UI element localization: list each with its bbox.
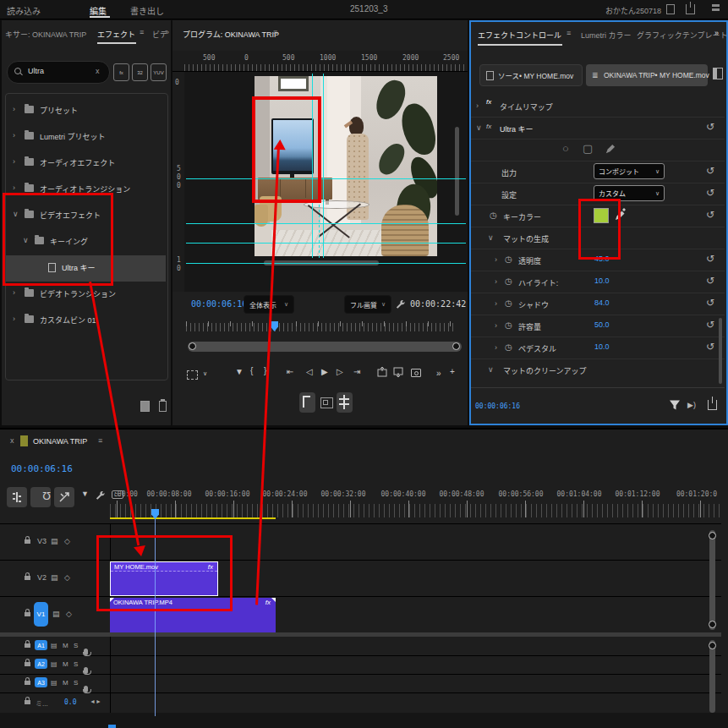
effects-search-input[interactable]: Ultra x <box>7 61 110 84</box>
guide-line-h[interactable] <box>186 243 466 244</box>
mix-volume-value[interactable]: 0.0 <box>64 698 76 706</box>
chevron-down-icon[interactable]: ∨ <box>488 233 494 242</box>
panel-menu-icon[interactable]: ≡ <box>273 28 277 36</box>
ec-current-time[interactable]: 00:00:06:16 <box>475 402 520 410</box>
chevron-right-icon[interactable]: › <box>495 299 497 308</box>
row-time-remapping[interactable]: › fx タイムリマップ <box>471 95 725 118</box>
mix-track-name[interactable]: ミ... <box>36 698 48 708</box>
tree-item-custom-bin[interactable]: › カスタムビン 01 <box>6 308 166 334</box>
reset-param-icon[interactable]: ↺ <box>706 319 714 331</box>
32bit-filter-icon[interactable]: 32 <box>132 63 148 81</box>
solo-button[interactable]: S <box>74 660 78 668</box>
new-bin-icon[interactable] <box>140 401 150 412</box>
audio-tracks-scrollbar[interactable] <box>709 640 715 713</box>
panel-menu-icon[interactable]: ≡ <box>140 28 144 36</box>
menu-edit[interactable]: 編集 <box>90 4 107 17</box>
timeline-ruler[interactable]: :00:00 00:00:08:00 00:00:16:00 00:00:24:… <box>110 484 721 519</box>
monitor-scrollbar[interactable] <box>188 342 462 352</box>
reset-param-icon[interactable]: ↺ <box>706 253 714 265</box>
track-patch-icon[interactable]: ▤ <box>51 642 57 649</box>
source-clip-tab[interactable]: ソース• MY HOME.mov <box>479 64 583 86</box>
mark-in-button[interactable]: { <box>250 366 253 375</box>
export-icon[interactable] <box>708 400 717 410</box>
workspace-icon[interactable] <box>712 4 720 13</box>
param-value[interactable]: 10.0 <box>594 342 610 351</box>
reset-param-icon[interactable]: ↺ <box>706 165 714 177</box>
show-guides-toggle[interactable] <box>320 397 333 408</box>
tree-item-audio-effects[interactable]: › オーディオエフェクト <box>6 151 166 177</box>
ellipse-mask-icon[interactable]: ○ <box>562 142 569 155</box>
tree-item-presets[interactable]: › プリセット <box>6 98 166 124</box>
program-title[interactable]: プログラム: OKINAWA TRIP <box>183 29 279 40</box>
param-value[interactable]: 50.0 <box>594 320 610 329</box>
scrollbar-handle-left[interactable] <box>189 342 196 350</box>
timeline-current-time[interactable]: 00:00:06:16 <box>11 463 73 474</box>
extract-button[interactable] <box>393 367 403 377</box>
snap-in-monitor-toggle[interactable] <box>337 392 353 413</box>
lock-icon[interactable] <box>25 681 30 685</box>
reset-param-icon[interactable]: ↺ <box>706 275 714 287</box>
trash-icon[interactable] <box>159 401 167 412</box>
scrollbar-handle[interactable] <box>709 532 716 539</box>
menu-export[interactable]: 書き出し <box>130 4 164 17</box>
guide-line-h[interactable] <box>186 223 466 224</box>
search-clear-icon[interactable]: x <box>96 67 100 75</box>
reset-effect-icon[interactable]: ↺ <box>706 121 714 133</box>
keyframe-icon[interactable]: ◇ <box>64 537 70 545</box>
chevron-right-icon[interactable]: › <box>13 105 15 113</box>
add-marker-button[interactable]: ▼ <box>235 367 244 376</box>
yuv-filter-icon[interactable]: YUV <box>151 63 167 81</box>
chevron-right-icon[interactable]: › <box>13 157 15 166</box>
panel-overflow-icon[interactable]: » <box>165 28 169 36</box>
timeline-marker-button[interactable]: ▼ <box>81 490 89 498</box>
row-ultra-key[interactable]: ∨ fx Ultra キー ↺ <box>471 117 725 140</box>
sequence-tab[interactable]: OKINAWA TRIP <box>33 437 87 446</box>
track-name[interactable]: V3 <box>37 537 47 545</box>
reset-param-icon[interactable]: ↺ <box>706 209 714 221</box>
mute-button[interactable]: M <box>63 660 68 668</box>
play-button[interactable]: ▶ <box>321 367 328 376</box>
track-target-a2[interactable]: A2 <box>35 659 47 669</box>
track-target-v1[interactable]: V1 <box>34 602 48 627</box>
stopwatch-icon[interactable]: ◷ <box>505 298 512 308</box>
track-target-a3[interactable]: A3 <box>35 677 47 687</box>
scrollbar-handle[interactable] <box>709 642 716 649</box>
export-frame-button[interactable] <box>411 369 421 377</box>
accelerated-effects-filter-icon[interactable]: fx <box>113 63 129 81</box>
guide-line-h[interactable] <box>186 263 466 264</box>
track-patch-icon[interactable]: ▤ <box>51 660 57 668</box>
share-icon[interactable] <box>686 4 695 14</box>
program-viewer[interactable] <box>184 72 468 292</box>
chevron-right-icon[interactable]: › <box>495 321 497 330</box>
lock-icon[interactable] <box>25 612 30 616</box>
step-forward-button[interactable]: ▷ <box>337 367 343 376</box>
mute-button[interactable]: M <box>63 642 68 649</box>
fullscreen-icon[interactable] <box>666 4 675 14</box>
mute-button[interactable]: M <box>63 679 68 687</box>
keyframe-nav-icon[interactable]: ◄► <box>90 698 101 704</box>
chevron-right-icon[interactable]: › <box>476 101 479 110</box>
go-to-out-button[interactable]: ⇥ <box>353 367 360 376</box>
track-patch-icon[interactable]: ▤ <box>52 610 60 618</box>
reset-param-icon[interactable]: ↺ <box>706 297 714 309</box>
panel-overflow-icon[interactable]: » <box>714 29 719 37</box>
show-rulers-toggle[interactable] <box>299 392 315 413</box>
stopwatch-icon[interactable]: ◷ <box>490 211 497 220</box>
panel-menu-icon[interactable]: ≡ <box>98 436 102 445</box>
output-dropdown[interactable]: コンポジット∨ <box>594 163 665 179</box>
tab-lumetri-color[interactable]: Lumetri カラー <box>581 30 632 41</box>
mic-icon[interactable] <box>84 686 88 692</box>
chevron-down-icon[interactable]: ∨ <box>203 370 207 377</box>
guide-line-dashed[interactable] <box>319 194 320 258</box>
lock-icon[interactable] <box>25 576 30 580</box>
lock-icon[interactable] <box>25 539 30 544</box>
nest-toggle-button[interactable] <box>7 487 27 507</box>
stopwatch-icon[interactable]: ◷ <box>505 320 512 330</box>
track-patch-icon[interactable]: ▤ <box>51 573 58 582</box>
chevron-right-icon[interactable]: › <box>13 183 15 192</box>
close-tab-icon[interactable]: x <box>10 436 14 445</box>
chevron-right-icon[interactable]: › <box>13 288 15 297</box>
guide-line-h[interactable] <box>186 178 466 179</box>
row-matte-cleanup[interactable]: ∨ マットのクリーンアップ <box>471 359 725 380</box>
ec-scrollbar[interactable] <box>719 318 722 384</box>
